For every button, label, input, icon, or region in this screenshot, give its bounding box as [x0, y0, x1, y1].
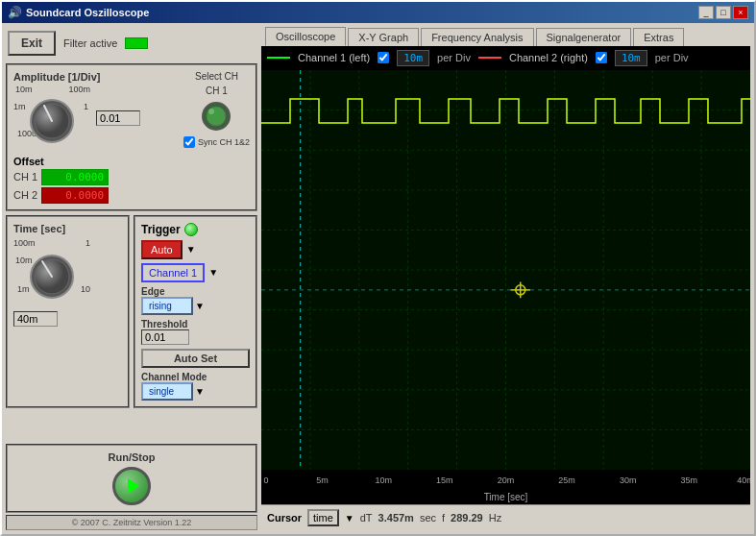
channel-bar: Channel 1 (left) 10m per Div Channel 2 (…: [261, 46, 750, 70]
trigger-section: Trigger Auto ▼ Channel 1 ▼ Edge ri: [134, 215, 257, 408]
tab-xy-graph[interactable]: X-Y Graph: [348, 28, 419, 46]
ch2-visible-checkbox[interactable]: [596, 52, 607, 63]
select-ch-section: Select CH CH 1 Sync CH 1&2: [183, 71, 250, 148]
title-bar: 🔊 Soundcard Oszilloscope _ □ ×: [2, 2, 754, 23]
tab-oscilloscope[interactable]: Oscilloscope: [265, 27, 346, 46]
auto-dropdown-arrow[interactable]: ▼: [186, 244, 196, 255]
svg-point-5: [208, 109, 214, 114]
ch1-offset-label: CH 1: [13, 171, 37, 183]
amplitude-value-input[interactable]: [96, 110, 140, 126]
trigger-led: [184, 223, 198, 236]
x-axis-unit: Time [sec]: [261, 491, 750, 504]
threshold-input[interactable]: [141, 329, 189, 345]
ch2-channel-label: Channel 2 (right): [509, 52, 588, 63]
x-label-30m: 30m: [620, 475, 637, 485]
ch1-offset-input[interactable]: [41, 169, 109, 185]
tab-signalgenerator[interactable]: Signalgenerator: [536, 28, 632, 46]
x-label-10m: 10m: [375, 475, 392, 485]
filter-label: Filter active: [63, 37, 117, 49]
channel-mode-dropdown-arrow[interactable]: ▼: [195, 386, 205, 397]
window-title: Soundcard Oszilloscope: [26, 7, 149, 18]
sync-checkbox[interactable]: [183, 136, 195, 148]
ch1-per-div: 10m: [397, 50, 429, 66]
tab-extras[interactable]: Extras: [633, 28, 684, 46]
x-axis-container: 0 5m 10m 15m 20m 25m 30m 35m 40m: [261, 470, 750, 491]
x-label-40m: 40m: [737, 475, 750, 485]
filter-led: [125, 37, 148, 49]
ch1-channel-label: Channel 1 (left): [298, 52, 370, 63]
cursor-dropdown-arrow[interactable]: ▼: [345, 513, 354, 524]
time-value-input[interactable]: [13, 311, 58, 327]
offset-title: Offset: [13, 156, 250, 167]
ch1-visible-checkbox[interactable]: [378, 52, 389, 63]
ch1-per-div-unit: per Div: [437, 52, 471, 63]
time-title: Time [sec]: [13, 223, 122, 234]
ch2-line: [478, 57, 501, 59]
maximize-button[interactable]: □: [716, 6, 731, 19]
channel-button[interactable]: Channel 1: [141, 263, 205, 282]
copyright-text: © 2007 C. Zeitnitz Version 1.22: [6, 515, 257, 530]
oscilloscope-display[interactable]: [261, 70, 750, 470]
x-label-35m: 35m: [681, 475, 698, 485]
threshold-label: Threshold: [141, 319, 250, 329]
run-stop-section: Run/Stop: [6, 444, 257, 513]
run-stop-label: Run/Stop: [109, 451, 156, 463]
x-axis-svg: 0 5m 10m 15m 20m 25m 30m 35m 40m: [261, 472, 750, 489]
ch2-offset-label: CH 2: [13, 189, 37, 201]
ch1-line: [267, 57, 290, 59]
edge-label: Edge: [141, 286, 250, 297]
cursor-bar: Cursor time ▼ dT 3.457m sec f 289.29 Hz: [261, 504, 750, 530]
ch2-offset-input[interactable]: [41, 187, 109, 204]
select-ch-label: Select CH: [195, 71, 238, 82]
exit-button[interactable]: Exit: [8, 31, 56, 56]
x-label-20m: 20m: [498, 475, 515, 485]
amplitude-section: Amplitude [1/Div] 10m 100m 1m 1 100u: [6, 63, 257, 211]
f-value: 289.29: [451, 512, 483, 524]
amplitude-title: Amplitude [1/Div]: [13, 71, 140, 83]
offset-section: Offset CH 1 CH 2: [13, 156, 250, 204]
dt-unit: sec: [420, 512, 436, 524]
x-label-25m: 25m: [558, 475, 575, 485]
sync-label: Sync CH 1&2: [198, 137, 250, 147]
x-label-0: 0: [264, 475, 269, 485]
ch2-per-div: 10m: [615, 50, 647, 66]
auto-button[interactable]: Auto: [141, 240, 183, 259]
f-unit: Hz: [489, 512, 501, 524]
cursor-type-dropdown[interactable]: time: [307, 509, 339, 526]
time-knob[interactable]: [13, 238, 90, 307]
x-label-15m: 15m: [436, 475, 453, 485]
edge-dropdown[interactable]: rising: [141, 297, 193, 315]
x-axis-unit-label: Time [sec]: [484, 492, 528, 502]
window-controls: _ □ ×: [698, 6, 748, 19]
play-icon: [128, 478, 139, 494]
run-stop-button[interactable]: [112, 467, 151, 505]
f-label: f: [442, 512, 445, 524]
dt-value: 3.457m: [378, 512, 414, 524]
tab-frequency-analysis[interactable]: Frequency Analysis: [421, 28, 533, 46]
trigger-title: Trigger: [141, 223, 181, 236]
ch1-label-text: CH 1: [206, 85, 228, 96]
channel-mode-label: Channel Mode: [141, 372, 250, 382]
cursor-label: Cursor: [267, 512, 302, 524]
amplitude-knob[interactable]: [13, 85, 90, 152]
tab-bar: Oscilloscope X-Y Graph Frequency Analysi…: [261, 27, 750, 46]
minimize-button[interactable]: _: [698, 6, 714, 19]
window: 🔊 Soundcard Oszilloscope _ □ × Exit Filt…: [0, 0, 756, 536]
channel-dropdown-arrow[interactable]: ▼: [208, 267, 218, 278]
osc-svg: [261, 70, 750, 470]
close-button[interactable]: ×: [733, 6, 748, 19]
x-label-5m: 5m: [316, 475, 329, 485]
dt-label: dT: [360, 512, 373, 524]
auto-set-button[interactable]: Auto Set: [141, 349, 250, 368]
ch1-selector-knob[interactable]: [200, 100, 232, 133]
time-section: Time [sec] 100m 1 10m 1m 10: [6, 215, 130, 408]
edge-dropdown-arrow[interactable]: ▼: [195, 301, 205, 311]
app-icon: 🔊: [8, 6, 22, 19]
ch2-per-div-unit: per Div: [655, 52, 689, 63]
channel-mode-dropdown[interactable]: single: [141, 382, 193, 401]
